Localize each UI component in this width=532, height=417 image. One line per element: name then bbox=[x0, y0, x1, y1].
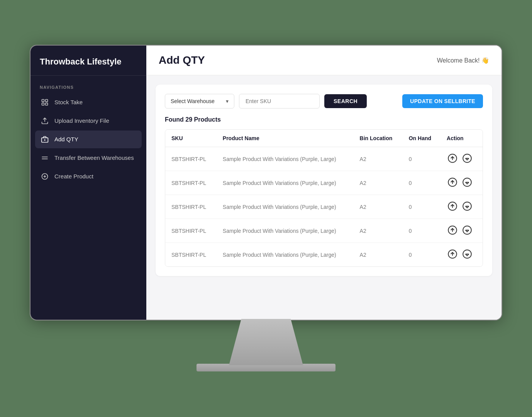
found-products-text: Found 29 Products bbox=[165, 116, 483, 123]
cell-sku: SBTSHIRT-PL bbox=[165, 171, 217, 195]
monitor-wrapper: Throwback Lifestyle NAVIGATIONS Stock Ta… bbox=[30, 46, 502, 371]
stock-take-icon bbox=[41, 98, 49, 107]
warehouse-select-dropdown[interactable]: Select Warehouse ▾ bbox=[165, 94, 234, 108]
decrease-qty-button[interactable] bbox=[461, 200, 473, 213]
cell-action bbox=[441, 195, 483, 219]
cell-on-hand: 0 bbox=[403, 219, 441, 243]
cell-action bbox=[441, 171, 483, 195]
table-row: SBTSHIRT-PL Sample Product With Variatio… bbox=[165, 243, 483, 267]
sidebar-item-label: Upload Inventory File bbox=[54, 117, 109, 124]
sidebar-item-upload-inventory[interactable]: Upload Inventory File bbox=[35, 112, 142, 130]
cell-product-name: Sample Product With Variations (Purple, … bbox=[217, 219, 354, 243]
brand-name: Throwback Lifestyle bbox=[40, 56, 137, 68]
cell-bin-location: A2 bbox=[354, 147, 403, 171]
monitor-screen: Throwback Lifestyle NAVIGATIONS Stock Ta… bbox=[30, 46, 502, 320]
toolbar: Select Warehouse ▾ SEARCH UPDATE ON SELL… bbox=[165, 94, 483, 108]
cell-sku: SBTSHIRT-PL bbox=[165, 195, 217, 219]
sidebar: Throwback Lifestyle NAVIGATIONS Stock Ta… bbox=[30, 46, 146, 320]
col-header-sku: SKU bbox=[165, 130, 217, 147]
sidebar-item-transfer[interactable]: Transfer Between Warehouses bbox=[35, 149, 142, 167]
chevron-down-icon: ▾ bbox=[226, 98, 229, 104]
cell-product-name: Sample Product With Variations (Purple, … bbox=[217, 243, 354, 267]
transfer-icon bbox=[41, 154, 49, 162]
sku-input[interactable] bbox=[239, 94, 320, 108]
table-row: SBTSHIRT-PL Sample Product With Variatio… bbox=[165, 195, 483, 219]
main-header: Add QTY Welcome Back! 👋 bbox=[146, 46, 502, 75]
svg-rect-2 bbox=[42, 103, 44, 105]
cell-bin-location: A2 bbox=[354, 171, 403, 195]
cell-bin-location: A2 bbox=[354, 219, 403, 243]
col-header-bin-location: Bin Location bbox=[354, 130, 403, 147]
increase-qty-button[interactable] bbox=[447, 200, 458, 213]
decrease-qty-button[interactable] bbox=[461, 248, 473, 261]
cell-bin-location: A2 bbox=[354, 195, 403, 219]
svg-rect-3 bbox=[46, 103, 48, 105]
cell-sku: SBTSHIRT-PL bbox=[165, 219, 217, 243]
cell-action bbox=[441, 219, 483, 243]
warehouse-select-label: Select Warehouse bbox=[171, 98, 215, 104]
cell-action bbox=[441, 147, 483, 171]
upload-icon bbox=[41, 117, 49, 125]
sidebar-item-label: Stock Take bbox=[54, 99, 83, 105]
main-content-area: Add QTY Welcome Back! 👋 Select Warehouse… bbox=[146, 46, 502, 320]
col-header-action: Action bbox=[441, 130, 483, 147]
increase-qty-button[interactable] bbox=[447, 176, 458, 189]
welcome-message: Welcome Back! 👋 bbox=[437, 57, 489, 64]
cell-on-hand: 0 bbox=[403, 171, 441, 195]
decrease-qty-button[interactable] bbox=[461, 224, 473, 237]
increase-qty-button[interactable] bbox=[447, 153, 458, 165]
sidebar-brand: Throwback Lifestyle bbox=[30, 46, 146, 76]
sidebar-item-stock-take[interactable]: Stock Take bbox=[35, 93, 142, 111]
cell-product-name: Sample Product With Variations (Purple, … bbox=[217, 195, 354, 219]
cell-product-name: Sample Product With Variations (Purple, … bbox=[217, 171, 354, 195]
sidebar-item-create-product[interactable]: Create Product bbox=[35, 168, 142, 185]
page-title: Add QTY bbox=[159, 54, 205, 66]
cell-sku: SBTSHIRT-PL bbox=[165, 243, 217, 267]
sidebar-item-label: Create Product bbox=[54, 173, 93, 180]
svg-rect-1 bbox=[46, 99, 48, 102]
table-row: SBTSHIRT-PL Sample Product With Variatio… bbox=[165, 219, 483, 243]
products-table: SKU Product Name Bin Location On Hand Ac… bbox=[165, 130, 483, 266]
cell-bin-location: A2 bbox=[354, 243, 403, 267]
col-header-on-hand: On Hand bbox=[403, 130, 441, 147]
col-header-product-name: Product Name bbox=[217, 130, 354, 147]
create-product-icon bbox=[41, 172, 49, 181]
sidebar-nav: Stock Take Upload Inventory File bbox=[30, 93, 146, 185]
svg-rect-0 bbox=[42, 99, 44, 102]
table-body: SBTSHIRT-PL Sample Product With Variatio… bbox=[165, 147, 483, 267]
increase-qty-button[interactable] bbox=[447, 224, 458, 237]
content-card: Select Warehouse ▾ SEARCH UPDATE ON SELL… bbox=[156, 85, 492, 276]
cell-on-hand: 0 bbox=[403, 195, 441, 219]
decrease-qty-button[interactable] bbox=[461, 153, 473, 165]
cell-sku: SBTSHIRT-PL bbox=[165, 147, 217, 171]
cell-product-name: Sample Product With Variations (Purple, … bbox=[217, 147, 354, 171]
cell-action bbox=[441, 243, 483, 267]
cell-on-hand: 0 bbox=[403, 243, 441, 267]
table-row: SBTSHIRT-PL Sample Product With Variatio… bbox=[165, 147, 483, 171]
increase-qty-button[interactable] bbox=[447, 248, 458, 261]
table-row: SBTSHIRT-PL Sample Product With Variatio… bbox=[165, 171, 483, 195]
decrease-qty-button[interactable] bbox=[461, 176, 473, 189]
update-sellbrite-button[interactable]: UPDATE ON SELLBRITE bbox=[402, 94, 483, 108]
search-button[interactable]: SEARCH bbox=[324, 94, 367, 108]
products-table-wrap: SKU Product Name Bin Location On Hand Ac… bbox=[165, 129, 483, 267]
sidebar-item-add-qty[interactable]: Add QTY bbox=[35, 131, 142, 148]
add-qty-icon bbox=[41, 135, 49, 144]
monitor-stand bbox=[204, 319, 328, 365]
sidebar-item-label: Transfer Between Warehouses bbox=[54, 154, 134, 161]
main-content: Select Warehouse ▾ SEARCH UPDATE ON SELL… bbox=[146, 75, 502, 320]
cell-on-hand: 0 bbox=[403, 147, 441, 171]
table-header-row: SKU Product Name Bin Location On Hand Ac… bbox=[165, 130, 483, 147]
sidebar-item-label: Add QTY bbox=[54, 136, 78, 142]
nav-section-label: NAVIGATIONS bbox=[30, 76, 146, 93]
